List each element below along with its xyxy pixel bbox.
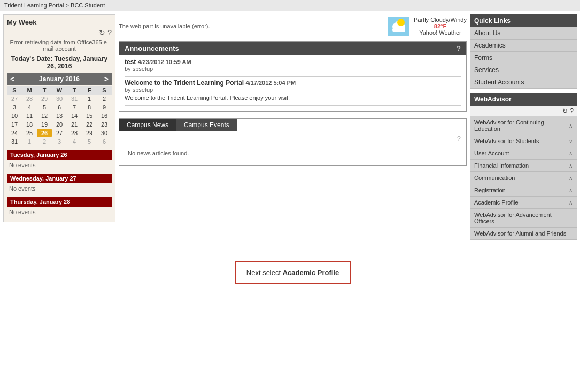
campus-news-body: ? No news articles found. [119, 131, 466, 165]
cal-day-header: S [7, 86, 22, 95]
cal-day-cell[interactable]: 13 [52, 112, 67, 120]
event-day-events: No events [7, 208, 112, 216]
quick-link-item[interactable]: Forms [470, 52, 577, 64]
quick-link-item[interactable]: Academics [470, 40, 577, 52]
quick-link-item[interactable]: About Us [470, 27, 577, 40]
wa-chevron-icon: ∧ [569, 123, 573, 129]
cal-day-cell[interactable]: 6 [52, 103, 67, 112]
cal-day-cell[interactable]: 28 [22, 95, 37, 103]
webadvisor-item[interactable]: Financial Information∧ [470, 160, 577, 172]
event-day-header: Wednesday, January 27 [7, 174, 112, 183]
cal-day-cell[interactable]: 26 [37, 129, 52, 137]
refresh-icon[interactable]: ↻ [99, 28, 105, 37]
announcements-body: test 4/23/2012 10:59 AM by spsetup Welco… [119, 55, 466, 111]
center-content: The web part is unavailable (error). Par… [119, 14, 467, 289]
cal-day-cell[interactable]: 29 [37, 95, 52, 103]
cal-day-cell[interactable]: 29 [82, 129, 97, 137]
annotation-bold: Academic Profile [283, 269, 339, 277]
cal-day-header: W [52, 86, 67, 95]
cal-day-cell[interactable]: 23 [97, 120, 112, 129]
cal-day-cell[interactable]: 21 [67, 120, 82, 129]
calendar-table: SMTWTFS 27282930311234567891011121314151… [7, 86, 112, 146]
event-day-header: Tuesday, January 26 [7, 150, 112, 160]
weather-box: Partly Cloudy/Windy 82°F Yahoo! Weather [388, 17, 467, 36]
wa-chevron-icon: ∧ [569, 151, 573, 156]
wa-item-label: Academic Profile [474, 199, 519, 206]
cal-day-cell[interactable]: 4 [67, 137, 82, 146]
webadvisor-item[interactable]: WebAdvisor for Continuing Education∧ [470, 116, 577, 135]
cal-day-cell[interactable]: 16 [97, 112, 112, 120]
tab-item[interactable]: Campus News [119, 119, 176, 131]
cal-day-cell[interactable]: 6 [97, 137, 112, 146]
annotation-box: Next select Academic Profile [235, 261, 351, 284]
cal-day-cell[interactable]: 24 [7, 129, 22, 137]
cal-day-cell[interactable]: 28 [67, 129, 82, 137]
webadvisor-item[interactable]: Academic Profile∧ [470, 197, 577, 209]
cal-day-cell[interactable]: 1 [82, 95, 97, 103]
announcements-header: Announcements ? [119, 42, 466, 55]
cal-day-cell[interactable]: 3 [52, 137, 67, 146]
event-day-header: Thursday, January 28 [7, 197, 112, 207]
main-container: My Week ↻ ? Error retrieving data from O… [0, 11, 580, 293]
cal-day-cell[interactable]: 19 [37, 120, 52, 129]
cal-day-cell[interactable]: 18 [22, 120, 37, 129]
webadvisor-item[interactable]: WebAdvisor for Advancement Officers [470, 209, 577, 228]
cal-day-cell[interactable]: 5 [37, 103, 52, 112]
weather-source: Yahoo! Weather [414, 29, 467, 36]
cal-day-cell[interactable]: 17 [7, 120, 22, 129]
wa-help-icon[interactable]: ? [570, 107, 574, 115]
wa-refresh-icon[interactable]: ↻ [562, 107, 568, 115]
wa-chevron-icon: ∧ [569, 163, 573, 169]
cal-day-cell[interactable]: 9 [97, 103, 112, 112]
quick-links-list: About UsAcademicsFormsServicesStudent Ac… [470, 27, 577, 89]
announcements-title: Announcements [125, 44, 179, 52]
webadvisor-items-list: WebAdvisor for Continuing Education∧WebA… [470, 116, 577, 240]
cal-day-cell[interactable]: 25 [22, 129, 37, 137]
cal-day-cell[interactable]: 2 [97, 95, 112, 103]
prev-month-button[interactable]: < [10, 75, 14, 83]
webpart-error: The web part is unavailable (error). [119, 23, 210, 29]
cal-day-cell[interactable]: 14 [67, 112, 82, 120]
tab-item[interactable]: Campus Events [176, 119, 237, 131]
webadvisor-item[interactable]: Registration∧ [470, 184, 577, 197]
webadvisor-item[interactable]: User Account∧ [470, 147, 577, 160]
cal-day-cell[interactable]: 27 [52, 129, 67, 137]
wa-item-label: Communication [474, 175, 515, 181]
cal-day-cell[interactable]: 5 [82, 137, 97, 146]
cal-day-header: T [67, 86, 82, 95]
cal-day-cell[interactable]: 8 [82, 103, 97, 112]
announcements-help-icon[interactable]: ? [457, 44, 461, 52]
webadvisor-item[interactable]: Communication∧ [470, 172, 577, 184]
my-week-title: My Week [7, 18, 112, 26]
svg-point-5 [397, 19, 405, 26]
myweek-error-text: Error retrieving data from Office365 e-m… [7, 39, 112, 52]
campus-news-panel: Campus NewsCampus Events ? No news artic… [119, 118, 467, 166]
campus-help-icon[interactable]: ? [457, 135, 461, 143]
cal-day-cell[interactable]: 15 [82, 112, 97, 120]
cal-day-cell[interactable]: 10 [7, 112, 22, 120]
webadvisor-item[interactable]: WebAdvisor for Students∨ [470, 135, 577, 147]
quick-link-item[interactable]: Services [470, 64, 577, 76]
my-week-panel: My Week ↻ ? Error retrieving data from O… [3, 14, 115, 222]
cal-day-cell[interactable]: 11 [22, 112, 37, 120]
cal-day-cell[interactable]: 7 [67, 103, 82, 112]
cal-day-cell[interactable]: 31 [67, 95, 82, 103]
cal-day-cell[interactable]: 1 [22, 137, 37, 146]
cal-day-cell[interactable]: 12 [37, 112, 52, 120]
webadvisor-item[interactable]: WebAdvisor for Alumni and Friends [470, 228, 577, 240]
cal-day-cell[interactable]: 22 [82, 120, 97, 129]
cal-day-cell[interactable]: 27 [7, 95, 22, 103]
next-month-button[interactable]: > [104, 75, 109, 83]
quick-link-item[interactable]: Student Accounts [470, 76, 577, 89]
cal-day-cell[interactable]: 4 [22, 103, 37, 112]
divider [125, 105, 461, 106]
quick-links-header: Quick Links [470, 14, 577, 27]
cal-day-cell[interactable]: 20 [52, 120, 67, 129]
cal-day-cell[interactable]: 3 [7, 103, 22, 112]
cal-day-cell[interactable]: 30 [97, 129, 112, 137]
help-icon[interactable]: ? [107, 28, 112, 37]
cal-day-cell[interactable]: 31 [7, 137, 22, 146]
cal-day-cell[interactable]: 2 [37, 137, 52, 146]
announcements-panel: Announcements ? test 4/23/2012 10:59 AM … [119, 41, 467, 112]
cal-day-cell[interactable]: 30 [52, 95, 67, 103]
